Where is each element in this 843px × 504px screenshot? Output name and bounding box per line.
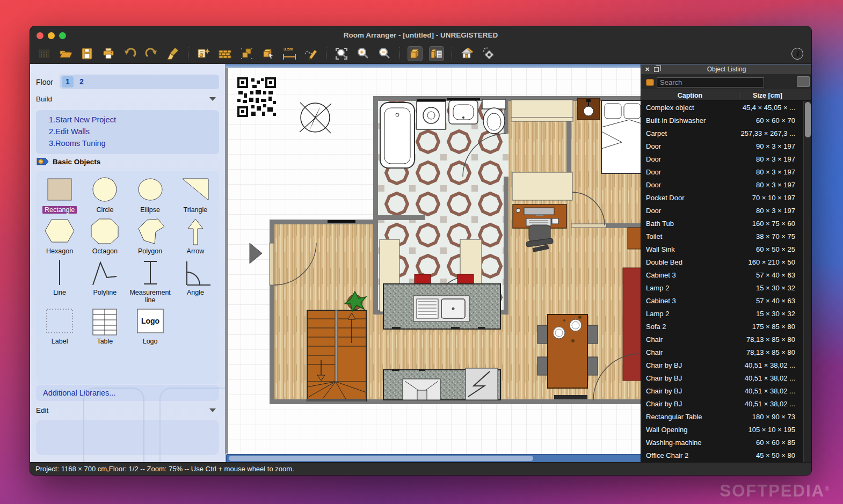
table-row[interactable]: Chair by BJ40,51 × 38,02 ... — [641, 397, 804, 410]
shape-hexagon[interactable]: Hexagon — [37, 217, 82, 255]
project-wizard-icon[interactable] — [196, 46, 211, 61]
table-row[interactable]: Cabinet 357 × 40 × 63 — [641, 294, 804, 307]
table-row[interactable]: Cabinet 357 × 40 × 63 — [641, 268, 804, 281]
table-row[interactable]: Door80 × 3 × 197 — [641, 165, 804, 178]
shape-table[interactable]: Table — [82, 307, 127, 345]
object-list-scrollbar[interactable] — [803, 101, 812, 463]
info-icon[interactable]: i — [790, 46, 805, 61]
table-row[interactable]: Door80 × 3 × 197 — [641, 152, 804, 165]
table-row[interactable]: Chair by BJ40,51 × 38,02 ... — [641, 359, 804, 371]
search-input[interactable] — [657, 77, 764, 87]
toolbar: 3.5m — [30, 45, 811, 63]
table-row[interactable]: Complex object45,4 × 45,05 × ... — [641, 101, 804, 114]
save-icon[interactable] — [79, 46, 95, 61]
paint-icon[interactable] — [165, 46, 180, 61]
shape-line[interactable]: Line — [37, 258, 82, 304]
table-row[interactable]: Wall Sink60 × 50 × 25 — [641, 243, 804, 255]
insert-object-icon[interactable] — [260, 46, 275, 61]
table-row[interactable]: Double Bed160 × 210 × 50 — [641, 255, 804, 268]
floor-tab-2[interactable]: 2 — [76, 76, 88, 87]
column-size[interactable]: Size [cm] — [739, 92, 796, 99]
shape-label[interactable]: Label — [37, 307, 82, 345]
open-file-icon[interactable] — [58, 46, 73, 61]
table-row[interactable]: Toilet38 × 70 × 75 — [641, 230, 804, 243]
shape-measurement-line[interactable]: Measurement line — [128, 258, 173, 304]
edit-walls-icon[interactable] — [217, 46, 232, 61]
table-row[interactable]: Door80 × 3 × 197 — [641, 204, 804, 217]
undo-icon[interactable] — [122, 46, 137, 61]
table-row[interactable]: Door80 × 3 × 197 — [641, 178, 804, 191]
search-filter-icon[interactable] — [646, 79, 654, 86]
floor-label: Floor — [36, 78, 60, 86]
table-row[interactable]: Lamp 215 × 30 × 32 — [641, 307, 804, 320]
table-row[interactable]: Pocket Door70 × 10 × 197 — [641, 191, 804, 204]
redo-icon[interactable] — [144, 46, 159, 61]
draw-walls-icon[interactable] — [303, 46, 318, 61]
object-list-scrollbar-thumb[interactable] — [805, 102, 811, 137]
table-row[interactable]: Rectangular Table180 × 90 × 73 — [641, 410, 804, 423]
row-caption: Chair by BJ — [641, 400, 737, 408]
rooms-tuning-link[interactable]: 3.Rooms Tuning — [49, 137, 219, 149]
table-row[interactable]: Door90 × 3 × 197 — [641, 140, 804, 152]
measure-icon[interactable]: 3.5m — [282, 46, 297, 61]
object-table-body: Complex object45,4 × 45,05 × ...Built-in… — [641, 101, 804, 463]
zoom-in-icon[interactable] — [355, 46, 370, 61]
table-row[interactable]: Lamp 215 × 30 × 32 — [641, 281, 804, 294]
table-row[interactable]: Chair78,13 × 85 × 80 — [641, 333, 804, 346]
row-size: 15 × 30 × 32 — [737, 284, 799, 292]
row-size: 257,33 × 267,3 ... — [737, 129, 799, 137]
print-icon[interactable] — [101, 46, 116, 61]
floor-tab-1[interactable]: 1 — [62, 76, 74, 87]
shape-logo[interactable]: Logo Logo — [128, 307, 173, 345]
table-row[interactable]: Chair by BJ40,51 × 38,02 ... — [641, 384, 804, 397]
close-icon[interactable]: ✕ — [645, 64, 650, 75]
table-row[interactable]: Sofa 2175 × 85 × 80 — [641, 320, 804, 333]
horizontal-scrollbar-thumb[interactable] — [229, 456, 533, 461]
row-caption: Complex object — [641, 104, 737, 112]
basic-objects-header[interactable]: Basic Objects — [36, 157, 219, 166]
row-size: 57 × 40 × 63 — [737, 297, 799, 305]
lamp — [577, 98, 600, 120]
table-row[interactable]: Chair78,13 × 85 × 80 — [641, 346, 804, 359]
table-row[interactable]: Bath Tub160 × 75 × 60 — [641, 217, 804, 230]
titlebar: Room Arranger - [untitled] - UNREGISTERE… — [30, 26, 811, 45]
build-section-header[interactable]: Build — [36, 95, 219, 103]
table-row[interactable]: Wall Opening105 × 10 × 195 — [641, 423, 804, 436]
search-options-button[interactable] — [797, 76, 810, 87]
shape-polygon[interactable]: Polygon — [128, 217, 173, 255]
row-caption: Double Bed — [641, 258, 737, 266]
shape-circle[interactable]: Circle — [82, 176, 127, 214]
table-row[interactable]: Carpet257,33 × 267,3 ... — [641, 127, 804, 140]
table-row[interactable]: Built-in Dishwasher60 × 60 × 70 — [641, 114, 804, 127]
shape-rectangle[interactable]: Rectangle — [37, 176, 82, 214]
column-caption[interactable]: Caption — [641, 92, 739, 99]
table-row[interactable]: Chair by BJ40,51 × 38,02 ... — [641, 371, 804, 384]
status-bar: Project: 1168 × 700 cm,Floor: 1/2 -- Zoo… — [30, 462, 811, 475]
shape-angle[interactable]: Angle — [173, 258, 218, 304]
row-size: 45 × 50 × 80 — [737, 451, 799, 459]
view-3d-icon[interactable] — [408, 46, 423, 61]
float-panel-icon[interactable] — [654, 67, 659, 72]
shape-ellipse[interactable]: Ellipse — [128, 176, 173, 214]
row-size: 175 × 85 × 80 — [737, 323, 799, 331]
table-row[interactable]: Washing-machine60 × 60 × 85 — [641, 436, 804, 449]
shape-arrow[interactable]: Arrow — [173, 217, 218, 255]
row-size: 60 × 50 × 25 — [737, 245, 799, 253]
chevron-down-icon[interactable] — [209, 97, 216, 101]
zoom-out-icon[interactable] — [377, 46, 392, 61]
table-row[interactable]: Office Chair 245 × 50 × 80 — [641, 449, 804, 462]
object-listing-icon[interactable] — [429, 46, 444, 61]
start-new-project-link[interactable]: 1.Start New Project — [49, 114, 219, 126]
shape-polyline[interactable]: Polyline — [82, 258, 127, 304]
options-icon[interactable] — [481, 46, 496, 61]
row-caption: Chair — [641, 335, 737, 344]
zoom-all-icon[interactable] — [334, 46, 349, 61]
row-caption: Door — [641, 168, 737, 176]
shape-octagon[interactable]: Octagon — [82, 217, 127, 255]
search-row — [641, 75, 812, 90]
select-objects-icon[interactable] — [239, 46, 254, 61]
edit-walls-link[interactable]: 2.Edit Walls — [49, 126, 219, 137]
new-project-icon[interactable] — [37, 46, 52, 61]
shape-triangle[interactable]: Triangle — [173, 176, 218, 214]
walkthrough-3d-icon[interactable] — [460, 46, 475, 61]
